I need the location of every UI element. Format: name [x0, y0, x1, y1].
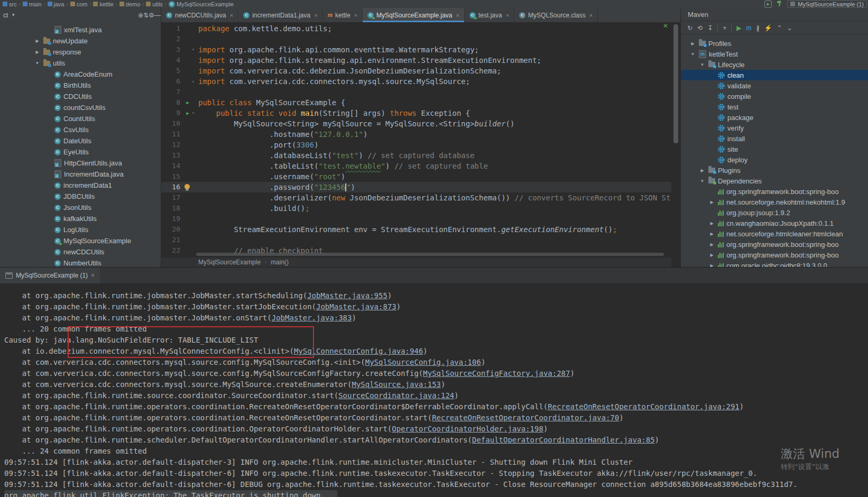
maven-item-org-springframework-boot-spring-boo[interactable]: org.springframework.boot:spring-boo: [681, 186, 868, 197]
tree-item-countutils[interactable]: CCountUtils: [0, 113, 161, 124]
breadcrumb-method[interactable]: main(): [271, 259, 289, 266]
run-icon[interactable]: ▶: [736, 25, 741, 31]
chevron-down-icon[interactable]: ▼: [11, 13, 15, 17]
tree-item-response[interactable]: ▶response: [0, 47, 161, 58]
chevron-right-icon[interactable]: ▶: [708, 242, 715, 247]
breadcrumb-item-main[interactable]: main: [23, 1, 42, 7]
stacktrace-link[interactable]: MySqlSourceConfigFactory.java:287: [423, 369, 570, 378]
tree-item-eyeutils[interactable]: CEyeUtils: [0, 146, 161, 158]
run-tool-window-icon[interactable]: ▶: [764, 1, 772, 8]
chevron-down-icon[interactable]: ▼: [34, 61, 41, 66]
maven-item-verify[interactable]: verify: [681, 123, 868, 133]
tree-item-newcdcutils[interactable]: CnewCDCUtils: [0, 246, 161, 257]
close-icon[interactable]: ×: [589, 12, 593, 19]
console-output[interactable]: at org.apache.flink.runtime.jobmaster.Jo…: [0, 284, 868, 497]
breadcrumb-item-mysqlsourceexample[interactable]: CMySqlSourceExample: [169, 1, 234, 7]
tab-kettle[interactable]: mkettle×: [323, 8, 363, 22]
fold-marker-icon[interactable]: ▴: [192, 76, 195, 87]
run-gutter-icon[interactable]: ▶: [183, 109, 192, 117]
tree-item-csvutils[interactable]: CCsvUtils: [0, 124, 161, 135]
maven-item-validate[interactable]: validate: [681, 80, 868, 91]
chevron-right-icon[interactable]: ▶: [34, 50, 41, 54]
maven-item-dependencies[interactable]: ▼Dependencies: [681, 176, 868, 186]
stacktrace-link[interactable]: RecreateOnResetOperatorCoordinator.java:…: [432, 413, 619, 422]
maven-item-net-sourceforge-nekohtml-nekohtml-1-9[interactable]: ▶net.sourceforge.nekohtml:nekohtml:1.9: [681, 197, 868, 207]
run-gutter-icon[interactable]: ▶: [183, 98, 192, 107]
chevron-right-icon[interactable]: ▶: [34, 39, 41, 43]
tree-item-logutils[interactable]: CLogUtils: [0, 224, 161, 235]
maven-item-lifecycle[interactable]: ▼Lifecycle: [681, 59, 868, 70]
chevron-down-icon[interactable]: ▼: [699, 179, 706, 183]
code-line-13[interactable]: 13 .databaseList("test") // set captured…: [161, 150, 671, 161]
fold-marker-icon[interactable]: ▾: [192, 108, 195, 118]
maven-item-clean[interactable]: clean: [681, 70, 868, 80]
maven-item-profiles[interactable]: ▶✓Profiles: [681, 38, 868, 49]
tree-item-areacodeenum[interactable]: EAreaCodeEnum: [0, 69, 161, 80]
code-line-18[interactable]: 18 .build();: [161, 203, 671, 214]
chevron-right-icon[interactable]: ▶: [708, 253, 715, 257]
stacktrace-link[interactable]: OperatorCoordinatorHolder.java:198: [392, 425, 543, 433]
code-line-5[interactable]: 5import com.ververica.cdc.debezium.JsonD…: [161, 66, 671, 76]
code-line-14[interactable]: 14 .tableList("test.newtable") // set ca…: [161, 161, 671, 171]
close-icon[interactable]: ×: [354, 12, 357, 19]
close-icon[interactable]: ×: [91, 272, 95, 279]
tree-item-utils[interactable]: ▼utils: [0, 58, 161, 69]
tree-item-numberutils[interactable]: CNumberUtils: [0, 257, 161, 267]
code-line-3[interactable]: 3▾import org.apache.flink.api.common.eve…: [161, 44, 671, 55]
code-line-19[interactable]: 19: [161, 214, 671, 224]
tree-item-httpclientutils-java[interactable]: JHttpClientUtils.java: [0, 158, 161, 169]
maven-item-com-oracle-ojdbc-ojdbc8-19-3-0-0[interactable]: ▶com.oracle.ojdbc:ojdbc8:19.3.0.0: [681, 260, 868, 267]
breadcrumb-item-demo[interactable]: demo: [119, 1, 141, 7]
maven-item-install[interactable]: install: [681, 133, 868, 144]
maven-item-plugins[interactable]: ▶Plugins: [681, 165, 868, 176]
offline-mode-icon[interactable]: ⚡: [764, 25, 772, 31]
intention-bulb-icon[interactable]: [184, 184, 190, 189]
tree-item-incrementdata1[interactable]: CincrementData1: [0, 180, 161, 191]
stacktrace-link[interactable]: JobMaster.java:873: [316, 302, 396, 311]
chevron-right-icon[interactable]: ▶: [708, 200, 715, 205]
chevron-down-icon[interactable]: ▼: [689, 52, 696, 57]
collapse-all-icon[interactable]: ⌄: [787, 25, 792, 31]
maven-item-site[interactable]: site: [681, 144, 868, 154]
code-line-21[interactable]: 21: [161, 235, 671, 245]
fold-marker-icon[interactable]: ▾: [192, 44, 195, 55]
editor-vertical-scrollbar[interactable]: [673, 24, 678, 143]
settings-icon[interactable]: ⚙: [149, 12, 154, 19]
tree-item-dateutils[interactable]: CDateUtils: [0, 135, 161, 146]
code-line-20[interactable]: 20 StreamExecutionEnvironment env = Stre…: [161, 224, 671, 235]
stacktrace-link[interactable]: MySqlSourceConfig.java:106: [365, 358, 481, 366]
breadcrumb-item-java[interactable]: java: [48, 1, 64, 7]
close-icon[interactable]: ×: [506, 12, 509, 19]
breadcrumb-class[interactable]: MySqlSourceExample: [198, 259, 261, 266]
close-icon[interactable]: ×: [230, 12, 233, 19]
tree-item-incrementdata-java[interactable]: JIncrementData.java: [0, 169, 161, 180]
stacktrace-link[interactable]: RecreateOnResetOperatorCoordinator.java:…: [548, 402, 739, 411]
breadcrumb-item-com[interactable]: com: [70, 1, 88, 7]
tree-item-newupdate[interactable]: ▶newUpdate: [0, 35, 161, 47]
chevron-right-icon[interactable]: ▶: [699, 168, 706, 173]
chevron-right-icon[interactable]: ▶: [708, 263, 715, 268]
code-editor[interactable]: 1package com.kettle.demo.utils;23▾import…: [161, 22, 671, 257]
maven-item-package[interactable]: package: [681, 112, 868, 123]
collapse-tree-icon[interactable]: ⇅: [143, 12, 149, 19]
refresh-icon[interactable]: ↻: [687, 25, 692, 31]
maven-item-net-sourceforge-htmlcleaner-htmlclean[interactable]: ▶net.sourceforge.htmlcleaner:htmlclean: [681, 228, 868, 239]
code-line-15[interactable]: 15 .username("root"): [161, 171, 671, 182]
stacktrace-link[interactable]: DefaultOperatorCoordinatorHandler.java:8…: [472, 436, 655, 444]
maven-item-test[interactable]: test: [681, 102, 868, 112]
maven-item-compile[interactable]: compile: [681, 91, 868, 102]
maven-item-org-jsoup-jsoup-1-9-2[interactable]: org.jsoup:jsoup:1.9.2: [681, 207, 868, 218]
code-line-6[interactable]: 6▴import com.ververica.cdc.connectors.my…: [161, 76, 671, 87]
code-line-12[interactable]: 12 .port(3306): [161, 140, 671, 150]
tree-item-countcsvutils[interactable]: CcountCsvUtils: [0, 102, 161, 113]
code-line-1[interactable]: 1package com.kettle.demo.utils;: [161, 23, 671, 34]
code-line-17[interactable]: 17 .deserializer(new JsonDebeziumDeseria…: [161, 192, 671, 203]
chevron-right-icon[interactable]: ▶: [708, 232, 715, 236]
skip-tests-icon[interactable]: ∦: [756, 25, 759, 31]
tree-item-jsonutils[interactable]: CJsonUtils: [0, 202, 161, 213]
close-icon[interactable]: ×: [456, 12, 459, 19]
locate-icon[interactable]: ⊕: [138, 12, 143, 19]
chevron-right-icon[interactable]: ▶: [689, 41, 696, 46]
inspections-status-icon[interactable]: ✕: [663, 22, 668, 30]
maven-item-deploy[interactable]: deploy: [681, 154, 868, 165]
